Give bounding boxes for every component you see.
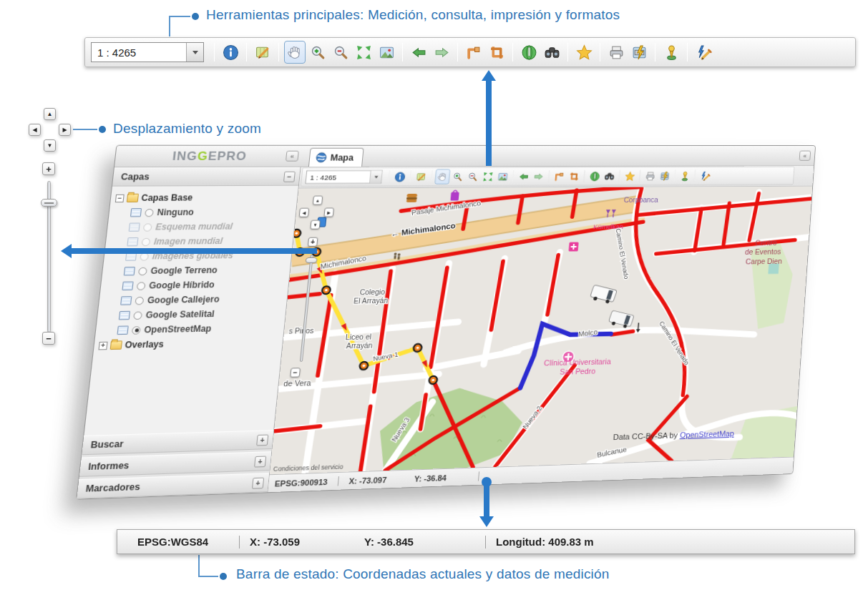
- marker-button[interactable]: [660, 41, 682, 64]
- collapse-capas-button[interactable]: −: [283, 171, 296, 182]
- pan-down-button[interactable]: ▼: [44, 139, 56, 152]
- print-export-icon: [631, 44, 648, 61]
- print-export-icon: [659, 171, 670, 182]
- layer-row[interactable]: Imagen mundial: [109, 233, 291, 250]
- pan-button[interactable]: [434, 169, 450, 185]
- zoom-in-button[interactable]: [450, 169, 466, 185]
- favorites-button[interactable]: [623, 169, 638, 184]
- zoom-extent-icon: [482, 171, 493, 182]
- back-button[interactable]: [516, 169, 531, 184]
- print-export-button[interactable]: [657, 169, 672, 184]
- expand-node-icon[interactable]: +: [99, 341, 108, 350]
- layer-radio[interactable]: [142, 237, 151, 245]
- map-edit-button[interactable]: [414, 169, 429, 185]
- map-pan-right-button[interactable]: ▶: [323, 207, 334, 217]
- search-button[interactable]: [602, 169, 617, 184]
- marker-button[interactable]: [678, 169, 692, 183]
- toolbar-separator: [567, 43, 568, 62]
- info-button[interactable]: [392, 169, 408, 185]
- tree-node-capas-base[interactable]: − Capas Base: [114, 190, 295, 206]
- globe-info-icon: [521, 44, 537, 61]
- layer-radio[interactable]: [138, 267, 147, 275]
- layer-radio[interactable]: [143, 223, 152, 231]
- expand-buscar-button[interactable]: +: [256, 434, 268, 446]
- layer-row[interactable]: Ninguno: [113, 205, 293, 220]
- map-zoom-slider-handle[interactable]: [305, 257, 317, 263]
- collapse-node-icon[interactable]: −: [115, 194, 125, 202]
- pan-left-button[interactable]: ◀: [29, 124, 41, 136]
- globe-icon: [316, 152, 328, 163]
- print-button[interactable]: [605, 41, 627, 64]
- status-bar: EPSG:WGS84 X: -73.059 Y: -36.845 Longitu…: [117, 529, 855, 554]
- map-mini-toolbar: 1 : 4265: [301, 167, 794, 187]
- tree-node-overlays[interactable]: + Overlays: [98, 335, 281, 353]
- globe-info-button[interactable]: [518, 41, 540, 64]
- layer-radio[interactable]: [145, 208, 154, 216]
- zoom-out-button[interactable]: −: [42, 332, 55, 345]
- expand-marcadores-button[interactable]: +: [252, 477, 264, 488]
- tab-mapa[interactable]: Mapa: [308, 148, 364, 167]
- layer-radio[interactable]: [137, 282, 146, 290]
- forward-button[interactable]: [431, 41, 452, 64]
- print-button[interactable]: [643, 169, 658, 184]
- back-button[interactable]: [408, 41, 429, 64]
- scale-value: 1 : 4265: [92, 43, 186, 62]
- capas-panel-header[interactable]: Capas −: [112, 167, 301, 187]
- search-button[interactable]: [541, 41, 562, 64]
- scale-select[interactable]: 1 : 4265: [305, 170, 382, 184]
- map-canvas[interactable]: Pasaje Michimalonco ← Michimalonco Michi…: [270, 187, 812, 475]
- panel-informes-label: Informes: [87, 461, 130, 473]
- scale-value: 1 : 4265: [306, 171, 371, 183]
- edit-notes-button[interactable]: [698, 169, 712, 183]
- favorites-button[interactable]: [573, 41, 595, 64]
- zoom-slider-handle[interactable]: [41, 199, 57, 207]
- zoom-in-button[interactable]: [307, 41, 328, 64]
- back-arrow-icon: [411, 44, 427, 61]
- map-zoom-out-button[interactable]: −: [290, 368, 301, 378]
- scale-dropdown-button[interactable]: [186, 43, 203, 62]
- map-zoom-in-button[interactable]: +: [308, 237, 318, 247]
- window-body: Capas − − Capas Base Ninguno Esquema mun…: [77, 166, 814, 498]
- map-edit-button[interactable]: [252, 41, 273, 64]
- collapse-panel-button[interactable]: «: [799, 151, 811, 161]
- forward-button[interactable]: [531, 169, 546, 184]
- layer-radio[interactable]: [135, 296, 144, 305]
- overview-button[interactable]: [495, 169, 510, 184]
- scale-select[interactable]: 1 : 4265: [91, 42, 204, 62]
- layer-radio[interactable]: [132, 326, 141, 335]
- pan-button[interactable]: [284, 41, 306, 64]
- marker-pin-icon: [679, 171, 691, 182]
- globe-info-button[interactable]: [587, 169, 602, 184]
- layer-icon: [122, 282, 133, 291]
- map-pan-left-button[interactable]: ◀: [299, 208, 310, 217]
- collapse-sidebar-button[interactable]: «: [286, 151, 299, 162]
- layer-radio[interactable]: [133, 311, 142, 320]
- toolbar-separator: [512, 43, 513, 62]
- map-pan-up-button[interactable]: ▲: [313, 196, 323, 205]
- zoom-out-button[interactable]: [465, 169, 481, 184]
- layer-icon: [120, 296, 132, 305]
- measure-length-button[interactable]: [463, 41, 484, 64]
- map-status-x: X: -73.097: [348, 475, 387, 485]
- pan-right-button[interactable]: ▶: [59, 124, 71, 136]
- measure-area-button[interactable]: [486, 41, 507, 64]
- print-export-button[interactable]: [628, 41, 650, 64]
- measure-length-button[interactable]: [552, 169, 567, 184]
- panel-marcadores[interactable]: Marcadores +: [77, 473, 269, 498]
- scale-dropdown-button[interactable]: [369, 171, 382, 183]
- zoom-out-button[interactable]: [330, 41, 351, 64]
- zoom-extent-button[interactable]: [353, 41, 374, 64]
- edit-notes-button[interactable]: [693, 41, 714, 64]
- zoom-extent-button[interactable]: [480, 169, 496, 184]
- hospital-icon: [569, 242, 579, 251]
- measure-area-button[interactable]: [567, 169, 582, 184]
- zoom-in-button[interactable]: +: [42, 162, 55, 175]
- map-pan-down-button[interactable]: ▼: [310, 220, 321, 230]
- overview-button[interactable]: [376, 41, 397, 64]
- pan-up-button[interactable]: ▲: [44, 108, 56, 120]
- map-panel: 1 : 4265: [268, 166, 814, 492]
- expand-informes-button[interactable]: +: [254, 456, 266, 467]
- place-label: Clínica Universitaria: [544, 358, 612, 368]
- layer-row[interactable]: Esquema mundial: [112, 219, 292, 235]
- info-button[interactable]: [220, 41, 241, 64]
